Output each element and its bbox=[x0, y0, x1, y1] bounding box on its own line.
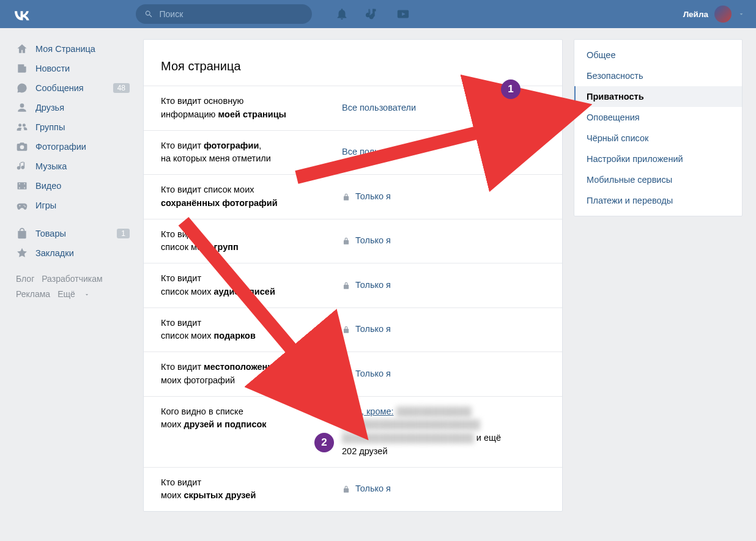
group-icon bbox=[16, 121, 28, 133]
privacy-label: Кто видит список моихсохранённых фотогра… bbox=[161, 183, 342, 210]
privacy-value[interactable]: Всех, кроме: ███████████████████████████… bbox=[342, 405, 545, 458]
music-icon bbox=[16, 160, 28, 172]
settings-tab[interactable]: Приватность bbox=[574, 86, 742, 107]
nav-badge: 48 bbox=[113, 83, 130, 93]
privacy-value[interactable]: Все пользователи bbox=[342, 139, 545, 166]
privacy-label: Кто видитсписок моих групп bbox=[161, 228, 342, 255]
nav-star[interactable]: Закладки bbox=[11, 243, 132, 263]
privacy-value[interactable]: Все пользователи bbox=[342, 95, 545, 122]
privacy-row: Кто видит список моихсохранённых фотогра… bbox=[144, 174, 562, 219]
nav-label: Видео bbox=[35, 181, 61, 191]
nav-label: Музыка bbox=[35, 161, 67, 171]
nav-label: Товары bbox=[35, 229, 66, 238]
privacy-label: Кто видит фотографии,на которых меня отм… bbox=[161, 139, 342, 166]
search-box[interactable] bbox=[136, 4, 312, 24]
lock-icon bbox=[342, 281, 350, 290]
privacy-value[interactable]: Только я bbox=[342, 361, 545, 388]
privacy-value[interactable]: Только я bbox=[342, 317, 545, 344]
nav-badge: 1 bbox=[117, 229, 130, 238]
settings-tab[interactable]: Общее bbox=[574, 45, 742, 65]
footer-ads[interactable]: Реклама bbox=[16, 289, 50, 299]
annotation-badge-2: 2 bbox=[314, 433, 334, 452]
nav-game[interactable]: Игры bbox=[11, 196, 132, 215]
settings-tab[interactable]: Чёрный список bbox=[574, 128, 742, 149]
left-sidebar: Моя СтраницаНовостиСообщения48ДрузьяГруп… bbox=[11, 39, 132, 512]
privacy-row: Кто видитсписок моих подарковТолько я bbox=[144, 307, 562, 352]
privacy-label: Кто видитсписок моих аудиозаписей bbox=[161, 272, 342, 299]
avatar bbox=[714, 6, 732, 23]
header-icons bbox=[335, 7, 410, 21]
privacy-row: Кто видит фотографии,на которых меня отм… bbox=[144, 130, 562, 175]
privacy-row: Кто видитсписок моих группТолько я bbox=[144, 219, 562, 263]
username-label: Лейла bbox=[683, 10, 708, 19]
video-icon[interactable] bbox=[396, 7, 410, 21]
star-icon bbox=[16, 247, 28, 259]
nav-bag[interactable]: Товары1 bbox=[11, 224, 132, 243]
nav-home[interactable]: Моя Страница bbox=[11, 39, 132, 59]
chevron-down-icon bbox=[738, 10, 745, 18]
nav-news[interactable]: Новости bbox=[11, 59, 132, 78]
msg-icon bbox=[16, 82, 28, 94]
settings-tab[interactable]: Безопасность bbox=[574, 65, 742, 86]
home-icon bbox=[16, 43, 28, 55]
bag-icon bbox=[16, 227, 28, 240]
nav-user[interactable]: Друзья bbox=[11, 98, 132, 117]
app-header: Лейла bbox=[0, 0, 756, 28]
privacy-row: Кто видитмоих скрытых друзейТолько я bbox=[144, 467, 562, 512]
news-icon bbox=[16, 62, 28, 75]
vk-logo[interactable] bbox=[11, 7, 32, 21]
privacy-label: Кто видит местоположениемоих фотографий bbox=[161, 361, 342, 388]
settings-tab[interactable]: Платежи и переводы bbox=[574, 190, 742, 211]
settings-tab[interactable]: Мобильные сервисы bbox=[574, 169, 742, 190]
photo-icon bbox=[16, 141, 28, 153]
lock-icon bbox=[342, 193, 350, 201]
footer-more[interactable]: Ещё bbox=[57, 289, 97, 299]
nav-label: Друзья bbox=[35, 103, 64, 112]
footer-dev[interactable]: Разработчикам bbox=[42, 274, 102, 284]
lock-icon bbox=[342, 237, 350, 245]
search-input[interactable] bbox=[160, 9, 304, 19]
user-icon bbox=[16, 101, 28, 114]
settings-tabs: ОбщееБезопасностьПриватностьОповещенияЧё… bbox=[574, 39, 743, 216]
nav-label: Фотографии bbox=[35, 142, 86, 152]
lock-icon bbox=[342, 485, 350, 493]
music-icon[interactable] bbox=[366, 7, 379, 21]
video-icon bbox=[16, 180, 28, 192]
nav-label: Группы bbox=[35, 122, 65, 132]
search-icon bbox=[144, 9, 154, 19]
bell-icon[interactable] bbox=[335, 7, 349, 21]
page-title: Моя страница bbox=[144, 59, 562, 86]
lock-icon bbox=[342, 325, 350, 334]
user-menu[interactable]: Лейла bbox=[683, 6, 745, 23]
nav-group[interactable]: Группы bbox=[11, 117, 132, 137]
nav-label: Моя Страница bbox=[35, 44, 95, 54]
privacy-label: Кто видит основнуюинформацию моей страни… bbox=[161, 95, 342, 122]
privacy-label: Кого видно в спискемоих друзей и подписо… bbox=[161, 405, 342, 458]
privacy-value[interactable]: Только я bbox=[342, 228, 545, 255]
settings-tab[interactable]: Оповещения bbox=[574, 107, 742, 128]
privacy-value[interactable]: Только я bbox=[342, 272, 545, 299]
nav-label: Игры bbox=[35, 201, 56, 210]
lock-icon bbox=[342, 370, 350, 378]
privacy-label: Кто видитмоих скрытых друзей bbox=[161, 476, 342, 503]
footer-blog[interactable]: Блог bbox=[16, 274, 34, 284]
annotation-badge-1: 1 bbox=[501, 79, 521, 99]
game-icon bbox=[16, 199, 28, 212]
nav-music[interactable]: Музыка bbox=[11, 156, 132, 176]
privacy-row: Кого видно в спискемоих друзей и подписо… bbox=[144, 396, 562, 467]
privacy-label: Кто видитсписок моих подарков bbox=[161, 317, 342, 344]
settings-tab[interactable]: Настройки приложений bbox=[574, 149, 742, 169]
nav-video[interactable]: Видео bbox=[11, 176, 132, 196]
privacy-value[interactable]: Только я bbox=[342, 476, 545, 503]
nav-msg[interactable]: Сообщения48 bbox=[11, 78, 132, 98]
nav-label: Закладки bbox=[35, 248, 74, 258]
footer-links: БлогРазработчикам РекламаЕщё bbox=[11, 263, 132, 311]
settings-panel: Моя страница Кто видит основнуюинформаци… bbox=[143, 39, 563, 512]
privacy-row: Кто видит местоположениемоих фотографийТ… bbox=[144, 351, 562, 396]
nav-label: Новости bbox=[35, 64, 70, 73]
nav-label: Сообщения bbox=[35, 83, 84, 93]
nav-photo[interactable]: Фотографии bbox=[11, 137, 132, 156]
privacy-value[interactable]: Только я bbox=[342, 183, 545, 210]
privacy-row: Кто видит основнуюинформацию моей страни… bbox=[144, 86, 562, 130]
privacy-row: Кто видитсписок моих аудиозаписейТолько … bbox=[144, 263, 562, 307]
